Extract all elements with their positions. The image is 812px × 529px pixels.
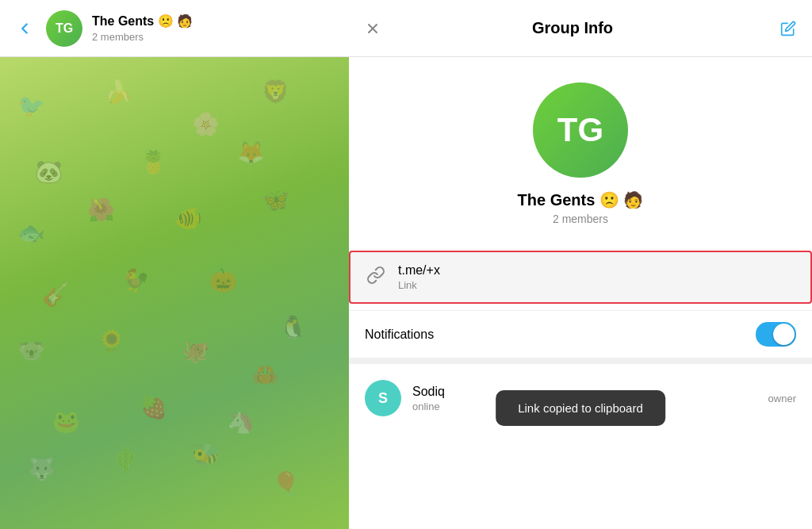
notifications-toggle[interactable]	[756, 322, 796, 347]
member-avatar: S	[365, 380, 401, 416]
doodle-5: 🐼	[35, 161, 63, 183]
chat-header-members: 2 members	[92, 31, 336, 43]
chat-header-info: The Gents 🙁 🧑 2 members	[92, 13, 336, 42]
doodle-12: 🎸	[42, 284, 70, 306]
link-text-group: t.me/+x Link	[398, 263, 440, 291]
doodle-17: 🌻	[98, 331, 125, 353]
right-panel: Group Info TG The Gents 🙁 🧑 2 members	[349, 0, 812, 529]
chat-header: TG The Gents 🙁 🧑 2 members	[0, 0, 349, 57]
doodle-7: 🦊	[237, 142, 265, 164]
notifications-row: Notifications	[349, 310, 812, 358]
link-item[interactable]: t.me/+x Link	[350, 252, 810, 302]
member-item[interactable]: S Sodiq online owner	[349, 370, 812, 426]
doodle-20: 🐸	[52, 411, 80, 433]
members-section: S Sodiq online owner	[349, 358, 812, 426]
member-info: Sodiq online	[412, 385, 768, 412]
link-icon	[366, 266, 385, 289]
doodle-9: 🌺	[87, 199, 115, 221]
doodle-11: 🦋	[262, 190, 289, 212]
group-name-large: The Gents 🙁 🧑	[518, 190, 644, 209]
group-avatar-small: TG	[46, 10, 82, 47]
doodle-24: 🌵	[112, 449, 140, 471]
link-value: t.me/+x	[398, 263, 440, 278]
panel-content: TG The Gents 🙁 🧑 2 members t.me/+x	[349, 57, 812, 529]
doodle-25: 🐝	[192, 444, 220, 466]
doodle-23: 🐺	[28, 458, 56, 481]
doodle-16: 🐨	[17, 340, 45, 362]
member-name: Sodiq	[412, 385, 768, 399]
doodle-19: 🦀	[251, 364, 279, 386]
doodle-13: 🐓	[122, 270, 150, 292]
link-section[interactable]: t.me/+x Link	[349, 251, 812, 304]
doodle-2: 🍌	[105, 81, 132, 103]
panel-header: Group Info	[349, 0, 812, 57]
panel-body-wrapper: TG The Gents 🙁 🧑 2 members t.me/+x	[349, 57, 812, 529]
doodle-21: 🍓	[140, 397, 167, 419]
group-avatar-large: TG	[533, 82, 628, 178]
doodle-26: 🎈	[272, 473, 300, 495]
edit-button[interactable]	[780, 21, 796, 36]
link-label: Link	[398, 279, 440, 291]
left-panel: TG The Gents 🙁 🧑 2 members 🐦 🍌 🌸 🦁 🐼 🍍 🦊…	[0, 0, 349, 529]
back-button[interactable]	[13, 17, 36, 40]
doodle-18: 🐙	[182, 340, 209, 362]
panel-title: Group Info	[393, 19, 752, 37]
doodle-14: 🎃	[209, 270, 237, 292]
notifications-label: Notifications	[365, 328, 756, 342]
doodle-15: 🐧	[279, 316, 307, 339]
member-role: owner	[768, 393, 796, 404]
doodle-10: 🐠	[174, 208, 202, 230]
bg-doodles: 🐦 🍌 🌸 🦁 🐼 🍍 🦊 🐟 🌺 🐠 🦋 🎸 🐓 🎃 🐧 🐨 🌻 🐙 🦀 🐸 …	[0, 57, 349, 529]
close-button[interactable]	[365, 21, 381, 36]
doodle-4: 🦁	[262, 81, 289, 103]
doodle-1: 🐦	[17, 95, 45, 117]
member-status: online	[412, 401, 768, 412]
toggle-knob	[773, 324, 795, 345]
doodle-22: 🦄	[227, 411, 255, 433]
doodle-8: 🐟	[17, 222, 45, 244]
chat-background: 🐦 🍌 🌸 🦁 🐼 🍍 🦊 🐟 🌺 🐠 🦋 🎸 🐓 🎃 🐧 🐨 🌻 🐙 🦀 🐸 …	[0, 57, 349, 529]
group-info-section: TG The Gents 🙁 🧑 2 members	[349, 57, 812, 244]
doodle-3: 🌸	[192, 113, 220, 136]
doodle-6: 🍍	[140, 151, 167, 174]
chat-header-name: The Gents 🙁 🧑	[92, 13, 336, 29]
group-members-count: 2 members	[553, 213, 608, 225]
